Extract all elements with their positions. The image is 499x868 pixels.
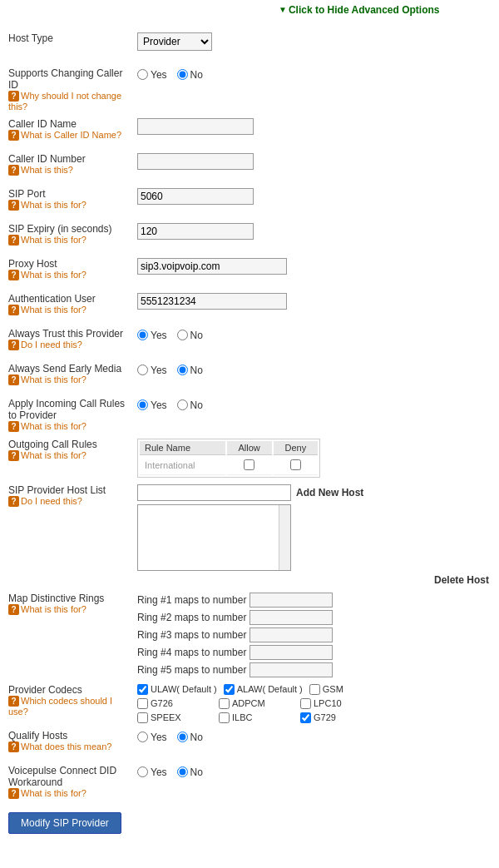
codec-g729-label: G729: [314, 712, 336, 722]
caller-id-support-radio-group: Yes No: [137, 67, 491, 81]
caller-id-number-help[interactable]: What is this?: [8, 165, 132, 176]
host-type-label-wrap: Host Type: [8, 31, 137, 44]
map-rings-control: Ring #1 maps to number Ring #2 maps to n…: [137, 591, 491, 677]
ring-3-input[interactable]: [250, 627, 333, 642]
qualify-no-radio[interactable]: [177, 732, 188, 742]
send-early-yes-label[interactable]: Yes: [137, 365, 167, 376]
rule-name-cell: International: [140, 457, 225, 475]
apply-incoming-no-text: No: [190, 399, 203, 411]
ring-map-row-2: Ring #2 maps to number: [137, 610, 491, 625]
sip-expiry-label-wrap: SIP Expiry (in seconds) What is this for…: [8, 221, 137, 246]
codecs-help[interactable]: Which codecs should I use?: [8, 696, 132, 717]
outgoing-rules-control: Rule Name Allow Deny International: [137, 437, 491, 478]
qualify-hosts-radio-group: Yes No: [137, 730, 491, 743]
caller-id-name-label-wrap: Caller ID Name What is Caller ID Name?: [8, 117, 137, 141]
map-rings-row: Map Distinctive Rings What is this for? …: [8, 591, 491, 677]
send-early-no-text: No: [190, 365, 203, 376]
qualify-yes-label[interactable]: Yes: [137, 732, 167, 743]
always-trust-yes-label[interactable]: Yes: [137, 330, 167, 341]
ring-map-row-1: Ring #1 maps to number: [137, 593, 491, 608]
ring-4-input[interactable]: [250, 645, 333, 660]
sip-expiry-help[interactable]: What is this for?: [8, 235, 132, 246]
outgoing-rules-help[interactable]: What is this for?: [8, 450, 132, 461]
ring-5-input[interactable]: [250, 662, 333, 677]
codec-ilbc-checkbox[interactable]: [219, 712, 230, 723]
ring-2-input[interactable]: [250, 610, 333, 625]
always-trust-no-label[interactable]: No: [177, 330, 203, 341]
send-early-no-radio[interactable]: [177, 365, 188, 375]
ring-3-label: Ring #3 maps to number: [137, 629, 246, 641]
voicepulse-yes-radio[interactable]: [137, 766, 148, 777]
sip-port-input[interactable]: [137, 188, 254, 205]
rule-allow-checkbox[interactable]: [244, 459, 254, 470]
modify-sip-provider-button[interactable]: Modify SIP Provider: [8, 812, 121, 834]
caller-id-number-input[interactable]: [137, 153, 254, 170]
codec-gsm-checkbox[interactable]: [309, 684, 320, 695]
sip-expiry-input[interactable]: [137, 223, 254, 240]
codec-speex-checkbox[interactable]: [137, 712, 148, 723]
proxy-host-input[interactable]: [137, 258, 287, 275]
caller-id-name-row: Caller ID Name What is Caller ID Name?: [8, 117, 491, 146]
codec-lpc10-checkbox[interactable]: [300, 698, 311, 709]
send-early-yes-radio[interactable]: [137, 365, 148, 375]
qualify-hosts-help[interactable]: What does this mean?: [8, 742, 132, 752]
caller-id-name-help[interactable]: What is Caller ID Name?: [8, 130, 132, 141]
always-trust-no-radio[interactable]: [177, 330, 188, 340]
apply-incoming-yes-label[interactable]: Yes: [137, 399, 167, 411]
apply-incoming-no-label[interactable]: No: [177, 399, 203, 411]
send-early-media-help[interactable]: What is this for?: [8, 374, 132, 385]
codec-ulaw-checkbox[interactable]: [137, 684, 148, 695]
caller-id-name-input[interactable]: [137, 118, 254, 135]
caller-id-no-text: No: [190, 69, 203, 81]
proxy-host-help[interactable]: What is this for?: [8, 270, 132, 280]
always-trust-label-wrap: Always Trust this Provider Do I need thi…: [8, 326, 137, 350]
ring-5-label: Ring #5 maps to number: [137, 664, 246, 676]
codec-ulaw: ULAW( Default ): [137, 684, 217, 695]
codec-ilbc: ILBC: [219, 712, 294, 723]
proxy-host-label: Proxy Host: [8, 258, 57, 270]
send-early-media-radio-group: Yes No: [137, 363, 491, 376]
qualify-hosts-label: Qualify Hosts: [8, 730, 67, 742]
qualify-hosts-row: Qualify Hosts What does this mean? Yes N…: [8, 728, 491, 758]
apply-incoming-no-radio[interactable]: [177, 399, 188, 410]
ring-1-input[interactable]: [250, 593, 333, 608]
voicepulse-yes-label[interactable]: Yes: [137, 766, 167, 778]
codec-g726-checkbox[interactable]: [137, 698, 148, 709]
qualify-no-label[interactable]: No: [177, 732, 203, 743]
auth-user-input[interactable]: [137, 293, 287, 310]
host-input-field[interactable]: [137, 484, 291, 501]
auth-user-help[interactable]: What is this for?: [8, 305, 132, 315]
caller-id-support-help[interactable]: Why should I not change this?: [8, 91, 132, 112]
always-trust-no-text: No: [190, 330, 203, 341]
caller-id-no-label[interactable]: No: [177, 69, 203, 81]
sip-port-help[interactable]: What is this for?: [8, 200, 132, 211]
codec-alaw-checkbox[interactable]: [224, 684, 235, 695]
voicepulse-no-radio[interactable]: [177, 766, 188, 777]
hide-advanced-link[interactable]: ▼ Click to Hide Advanced Options: [279, 4, 440, 16]
map-rings-help[interactable]: What is this for?: [8, 604, 132, 615]
caller-id-yes-label[interactable]: Yes: [137, 69, 167, 81]
table-row: International: [140, 457, 318, 475]
caller-id-no-radio[interactable]: [177, 69, 188, 80]
apply-incoming-help[interactable]: What is this for?: [8, 421, 132, 432]
col-allow: Allow: [227, 441, 272, 455]
voicepulse-no-label[interactable]: No: [177, 766, 203, 778]
caller-id-support-row: Supports Changing Caller ID Why should I…: [8, 66, 491, 112]
apply-incoming-label-wrap: Apply Incoming Call Rules to Provider Wh…: [8, 396, 137, 432]
sip-port-label-wrap: SIP Port What is this for?: [8, 186, 137, 211]
codec-adpcm-checkbox[interactable]: [219, 698, 230, 709]
outgoing-rules-table: Rule Name Allow Deny International: [137, 439, 320, 478]
voicepulse-help[interactable]: What is this for?: [8, 788, 132, 799]
always-trust-yes-radio[interactable]: [137, 330, 148, 340]
rule-deny-checkbox[interactable]: [290, 459, 301, 470]
caller-id-yes-radio[interactable]: [137, 69, 148, 80]
send-early-no-label[interactable]: No: [177, 365, 203, 376]
qualify-yes-radio[interactable]: [137, 732, 148, 742]
codec-g729-checkbox[interactable]: [300, 712, 311, 723]
sip-host-list-help[interactable]: Do I need this?: [8, 496, 132, 507]
apply-incoming-yes-radio[interactable]: [137, 399, 148, 410]
host-type-select[interactable]: Provider Peer User: [137, 32, 212, 51]
always-trust-help[interactable]: Do I need this?: [8, 340, 132, 350]
delete-host-link[interactable]: Delete Host: [434, 574, 489, 586]
add-host-link[interactable]: Add New Host: [296, 487, 363, 498]
